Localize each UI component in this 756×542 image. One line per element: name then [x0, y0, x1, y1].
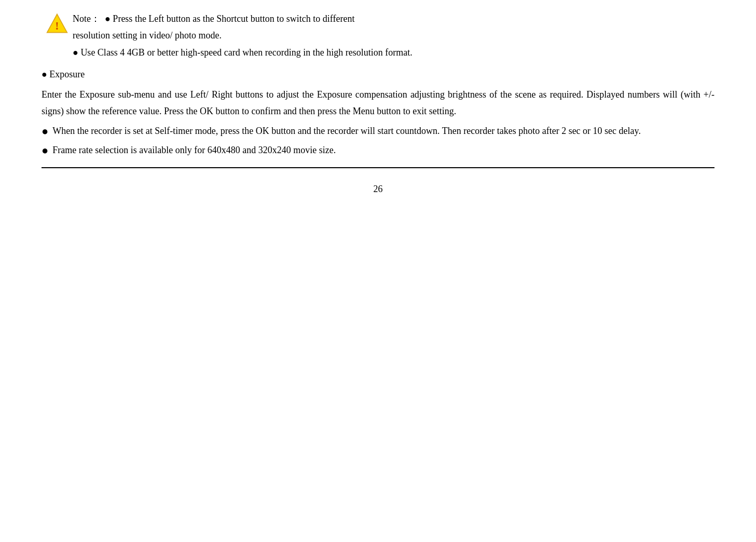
frame-rate-bullet: ● Frame rate selection is available only… [42, 142, 714, 159]
note-block: ! Note： ● Press the Left button as the S… [42, 10, 714, 61]
warning-icon-container: ! [42, 10, 73, 34]
exposure-body: Enter the Exposure sub-menu and use Left… [42, 86, 714, 120]
exposure-heading: ● Exposure [42, 66, 714, 83]
note-bullet2-dot: ● [73, 47, 78, 58]
note-bullet1-text: ● Press the Left button as the Shortcut … [105, 13, 354, 24]
warning-triangle-icon: ! [46, 12, 68, 34]
note-resolution-line: resolution setting in video/ photo mode. [73, 30, 222, 40]
exposure-body-text: Enter the Exposure sub-menu and use Left… [42, 89, 714, 116]
note-bullet2-text: Use Class 4 4GB or better high-speed car… [80, 47, 412, 58]
page-divider [42, 167, 714, 168]
self-timer-bullet-dot: ● [42, 123, 48, 140]
note-text-block: Note： ● Press the Left button as the Sho… [73, 10, 714, 61]
frame-rate-bullet-dot: ● [42, 142, 48, 159]
note-label: Note： [73, 13, 100, 24]
self-timer-bullet: ● When the recorder is set at Self-timer… [42, 123, 714, 140]
exposure-heading-text: ● Exposure [42, 66, 85, 83]
note-bullet2-line: ● Use Class 4 4GB or better high-speed c… [73, 44, 714, 61]
page-content: ! Note： ● Press the Left button as the S… [42, 10, 714, 195]
note-second-line: resolution setting in video/ photo mode. [73, 27, 714, 44]
page-number: 26 [42, 184, 714, 195]
note-first-line: Note： ● Press the Left button as the Sho… [73, 10, 714, 27]
page-number-text: 26 [374, 184, 383, 194]
frame-rate-bullet-text: Frame rate selection is available only f… [52, 142, 714, 158]
svg-text:!: ! [55, 20, 59, 32]
self-timer-bullet-text: When the recorder is set at Self-timer m… [52, 123, 714, 139]
